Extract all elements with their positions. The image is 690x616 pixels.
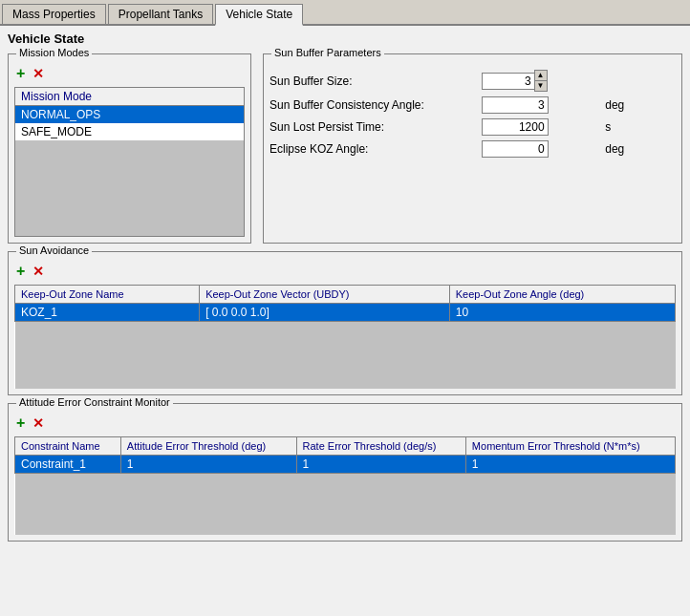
- sun-buffer-group: Sun Buffer Parameters Sun Buffer Size: ▲…: [263, 53, 682, 244]
- attitude-monitor-toolbar: + ✕: [14, 415, 676, 431]
- mission-modes-add-button[interactable]: +: [14, 66, 27, 81]
- attitude-monitor-group: Attitude Error Constraint Monitor + ✕ Co…: [8, 403, 682, 542]
- page-title: Vehicle State: [8, 32, 682, 46]
- eclipse-koz-label: Eclipse KOZ Angle:: [270, 142, 476, 156]
- constraint-name-cell: Constraint_1: [15, 455, 121, 473]
- sun-avoidance-add-button[interactable]: +: [14, 264, 27, 279]
- rate-threshold-header: Rate Error Threshold (deg/s): [296, 436, 465, 455]
- spin-down-button[interactable]: ▼: [535, 81, 547, 91]
- attitude-threshold-cell: 1: [120, 455, 296, 473]
- mission-modes-title: Mission Modes: [16, 47, 92, 58]
- sun-avoidance-header-row: Keep-Out Zone Name Keep-Out Zone Vector …: [15, 286, 676, 304]
- sun-buffer-title: Sun Buffer Parameters: [271, 47, 384, 58]
- tab-mass-properties[interactable]: Mass Properties: [2, 4, 106, 24]
- table-row[interactable]: KOZ_1 [ 0.0 0.0 1.0] 10: [15, 304, 676, 322]
- table-row[interactable]: Constraint_1 1 1 1: [15, 455, 676, 473]
- table-empty-row: [15, 322, 676, 389]
- attitude-monitor-title: Attitude Error Constraint Monitor: [16, 396, 173, 408]
- sun-avoidance-group: Sun Avoidance + ✕ Keep-Out Zone Name Kee…: [8, 251, 682, 395]
- mission-modes-group: Mission Modes + ✕ Mission Mode NORMAL_OP…: [8, 53, 251, 244]
- sun-avoidance-toolbar: + ✕: [14, 264, 676, 279]
- mission-modes-toolbar: + ✕: [14, 66, 245, 81]
- sun-buffer-consistency-unit: deg: [605, 98, 676, 112]
- rate-threshold-cell: 1: [296, 455, 465, 473]
- sun-lost-persist-unit: s: [605, 120, 676, 134]
- sun-buffer-consistency-label: Sun Buffer Consistency Angle:: [270, 98, 476, 112]
- attitude-monitor-table: Constraint Name Attitude Error Threshold…: [14, 436, 676, 536]
- list-item[interactable]: SAFE_MODE: [15, 123, 244, 140]
- koz-name-cell: KOZ_1: [15, 304, 200, 322]
- constraint-name-header: Constraint Name: [15, 436, 121, 455]
- tab-bar: Mass Properties Propellant Tanks Vehicle…: [0, 0, 690, 26]
- sun-buffer-size-input[interactable]: [482, 73, 534, 90]
- sun-buffer-consistency-input[interactable]: [482, 96, 549, 114]
- mission-modes-remove-button[interactable]: ✕: [31, 66, 46, 81]
- main-content: Vehicle State Mission Modes + ✕ Mission …: [0, 26, 690, 616]
- mission-mode-column-header: Mission Mode: [15, 88, 244, 106]
- momentum-threshold-cell: 1: [465, 455, 675, 473]
- table-empty-row: [15, 473, 676, 535]
- sun-avoidance-table: Keep-Out Zone Name Keep-Out Zone Vector …: [14, 285, 676, 389]
- attitude-monitor-header-row: Constraint Name Attitude Error Threshold…: [15, 436, 676, 455]
- sun-lost-persist-input[interactable]: [482, 118, 549, 136]
- sun-avoidance-remove-button[interactable]: ✕: [31, 264, 46, 279]
- mission-modes-list: Mission Mode NORMAL_OPS SAFE_MODE: [14, 87, 245, 237]
- top-row: Mission Modes + ✕ Mission Mode NORMAL_OP…: [8, 53, 682, 244]
- sun-avoidance-title: Sun Avoidance: [16, 244, 92, 256]
- sun-lost-persist-label: Sun Lost Persist Time:: [270, 120, 476, 134]
- koz-angle-cell: 10: [449, 304, 675, 322]
- tab-vehicle-state[interactable]: Vehicle State: [215, 4, 303, 26]
- attitude-threshold-header: Attitude Error Threshold (deg): [120, 436, 296, 455]
- attitude-monitor-add-button[interactable]: +: [14, 415, 27, 431]
- sun-buffer-size-label: Sun Buffer Size:: [270, 74, 476, 88]
- attitude-monitor-remove-button[interactable]: ✕: [31, 415, 46, 431]
- tab-propellant-tanks[interactable]: Propellant Tanks: [108, 4, 214, 24]
- koz-name-header: Keep-Out Zone Name: [15, 286, 200, 304]
- sun-buffer-form: Sun Buffer Size: ▲ ▼ Sun Buffer Consiste…: [270, 66, 676, 158]
- koz-vector-cell: [ 0.0 0.0 1.0]: [200, 304, 450, 322]
- eclipse-koz-input[interactable]: [482, 140, 549, 158]
- list-empty-area: [15, 140, 244, 236]
- koz-angle-header: Keep-Out Zone Angle (deg): [449, 286, 675, 304]
- list-item[interactable]: NORMAL_OPS: [15, 106, 244, 123]
- eclipse-koz-unit: deg: [605, 142, 676, 156]
- spin-up-button[interactable]: ▲: [535, 71, 547, 81]
- koz-vector-header: Keep-Out Zone Vector (UBDY): [200, 286, 450, 304]
- spin-buttons: ▲ ▼: [534, 70, 548, 92]
- sun-buffer-size-spin: ▲ ▼: [482, 70, 600, 92]
- momentum-threshold-header: Momentum Error Threshold (N*m*s): [465, 436, 675, 455]
